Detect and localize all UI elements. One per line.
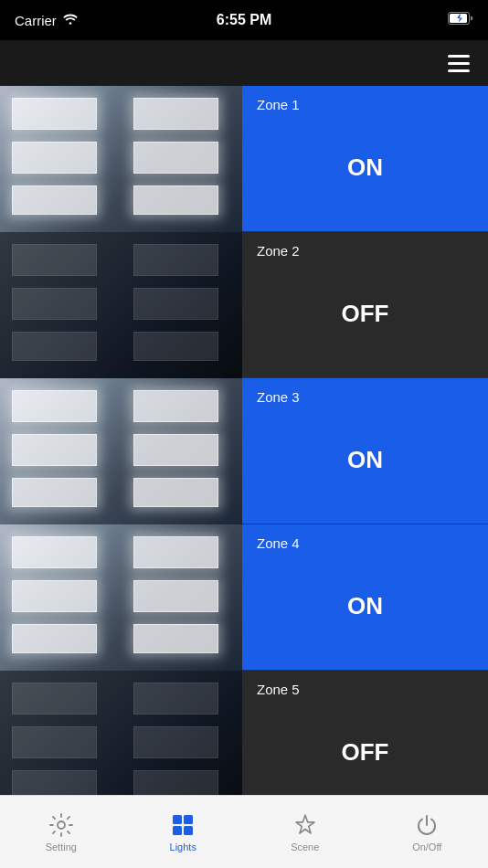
zone-status-4: ON (257, 551, 473, 661)
tab-lights-label: Lights (170, 842, 196, 852)
zone-status-5: OFF (257, 697, 473, 795)
zone-status-1: ON (257, 112, 473, 222)
hamburger-button[interactable] (444, 51, 473, 76)
tab-lights[interactable]: Lights (122, 805, 245, 860)
svg-rect-3 (173, 815, 182, 824)
hamburger-line-3 (448, 69, 470, 72)
zone-control-2[interactable]: Zone 2OFF (242, 232, 488, 377)
zone-control-1[interactable]: Zone 1ON (242, 86, 488, 231)
top-bar (0, 40, 488, 86)
tab-bar: Setting Lights Scene On/Of (0, 795, 488, 868)
svg-rect-5 (173, 826, 182, 835)
tab-setting[interactable]: Setting (0, 805, 122, 860)
zone-image-2 (0, 232, 242, 378)
carrier-text: Carrier (15, 13, 57, 28)
tab-onoff-label: On/Off (412, 842, 441, 852)
zone-status-2: OFF (257, 259, 473, 368)
zone-item-4[interactable]: Zone 4ON (0, 524, 488, 671)
zone-item-1[interactable]: Zone 1ON (0, 86, 488, 232)
zone-item-2[interactable]: Zone 2OFF (0, 232, 488, 378)
gear-icon (48, 812, 74, 838)
svg-point-2 (58, 821, 65, 829)
zone-label-3: Zone 3 (257, 389, 473, 405)
tab-setting-label: Setting (46, 842, 77, 852)
grid-icon (170, 812, 196, 838)
zone-status-3: ON (257, 405, 473, 514)
zone-image-3 (0, 378, 242, 524)
tab-scene-label: Scene (291, 842, 319, 852)
svg-rect-4 (184, 815, 193, 824)
zone-control-4[interactable]: Zone 4ON (242, 524, 488, 670)
hamburger-line-2 (448, 62, 470, 65)
status-bar: Carrier 6:55 PM (0, 0, 488, 40)
status-time: 6:55 PM (217, 12, 271, 28)
wifi-icon (62, 13, 79, 28)
tab-scene[interactable]: Scene (244, 805, 366, 860)
zone-label-1: Zone 1 (257, 97, 473, 112)
hamburger-line-1 (448, 55, 470, 58)
battery-area (448, 12, 473, 28)
svg-rect-6 (184, 826, 193, 835)
zone-control-5[interactable]: Zone 5OFF (242, 671, 488, 795)
zone-item-5[interactable]: Zone 5OFF (0, 671, 488, 795)
carrier-wifi: Carrier (15, 13, 79, 28)
zone-image-4 (0, 524, 242, 671)
power-icon (414, 812, 440, 838)
zone-label-5: Zone 5 (257, 682, 473, 697)
zone-label-4: Zone 4 (257, 535, 473, 551)
star-icon (292, 812, 318, 838)
zone-image-1 (0, 86, 242, 232)
battery-icon (448, 12, 473, 28)
zone-item-3[interactable]: Zone 3ON (0, 378, 488, 524)
tab-onoff[interactable]: On/Off (366, 805, 489, 860)
zone-label-2: Zone 2 (257, 243, 473, 259)
zone-image-5 (0, 671, 242, 795)
zone-list: Zone 1ONZone 2OFFZone 3ONZone 4ONZone 5O… (0, 86, 488, 795)
zone-control-3[interactable]: Zone 3ON (242, 378, 488, 524)
